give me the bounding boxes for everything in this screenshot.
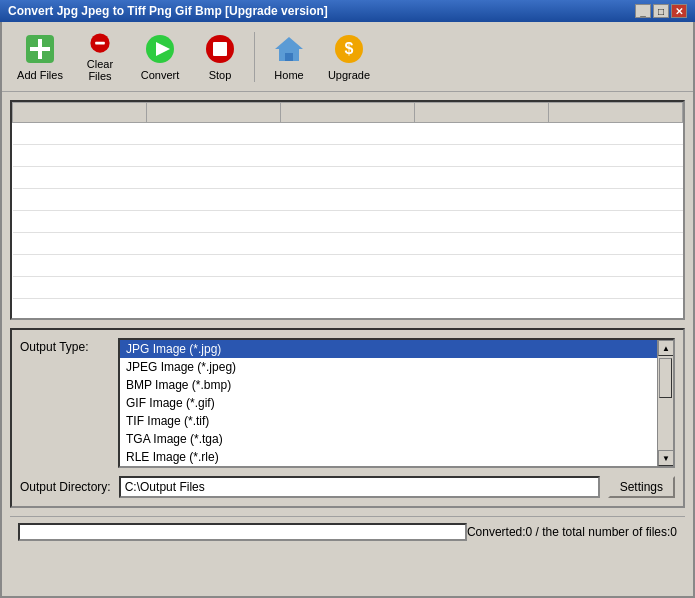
listbox-item-2[interactable]: BMP Image (*.bmp) (120, 376, 657, 394)
listbox-container: JPG Image (*.jpg)JPEG Image (*.jpeg)BMP … (118, 338, 675, 468)
output-dir-label: Output Directory: (20, 480, 111, 494)
output-dir-row: Output Directory: Settings (20, 476, 675, 498)
clear-icon (84, 32, 116, 54)
scroll-thumb[interactable] (659, 358, 672, 398)
home-icon (273, 33, 305, 65)
scrollbar-vertical[interactable]: ▲ ▼ (657, 340, 673, 466)
home-label: Home (274, 69, 303, 81)
file-table-container (10, 100, 685, 320)
upgrade-label: Upgrade (328, 69, 370, 81)
listbox-item-5[interactable]: TGA Image (*.tga) (120, 430, 657, 448)
main-window: Add Files Clear Files Convert Stop (0, 22, 695, 598)
settings-button[interactable]: Settings (608, 476, 675, 498)
svg-text:$: $ (345, 40, 354, 57)
add-files-button[interactable]: Add Files (10, 27, 70, 87)
toolbar-separator (254, 32, 255, 82)
clear-files-button[interactable]: Clear Files (70, 27, 130, 87)
convert-icon (144, 33, 176, 65)
col-header-5 (549, 103, 683, 123)
status-text: Converted:0 / the total number of files:… (467, 525, 677, 539)
col-header-4 (415, 103, 549, 123)
output-section: Output Type: JPG Image (*.jpg)JPEG Image… (10, 328, 685, 508)
upgrade-icon: $ (333, 33, 365, 65)
scroll-down-button[interactable]: ▼ (658, 450, 674, 466)
table-row (13, 277, 683, 299)
table-row (13, 167, 683, 189)
svg-rect-4 (95, 41, 105, 44)
col-header-3 (281, 103, 415, 123)
stop-label: Stop (209, 69, 232, 81)
svg-rect-10 (285, 53, 293, 61)
file-table (12, 102, 683, 320)
clear-files-label: Clear Files (75, 58, 125, 82)
content-area: Output Type: JPG Image (*.jpg)JPEG Image… (2, 92, 693, 554)
progress-bar (18, 523, 467, 541)
listbox-item-0[interactable]: JPG Image (*.jpg) (120, 340, 657, 358)
output-type-label: Output Type: (20, 338, 110, 354)
output-dir-input[interactable] (119, 476, 600, 498)
output-type-listbox[interactable]: JPG Image (*.jpg)JPEG Image (*.jpeg)BMP … (120, 340, 657, 466)
minimize-button[interactable]: _ (635, 4, 651, 18)
home-button[interactable]: Home (259, 27, 319, 87)
listbox-item-3[interactable]: GIF Image (*.gif) (120, 394, 657, 412)
stop-button[interactable]: Stop (190, 27, 250, 87)
table-row (13, 299, 683, 321)
table-row (13, 233, 683, 255)
convert-button[interactable]: Convert (130, 27, 190, 87)
scroll-up-button[interactable]: ▲ (658, 340, 674, 356)
svg-rect-8 (213, 42, 227, 56)
scroll-track (658, 356, 673, 450)
table-row (13, 211, 683, 233)
table-row (13, 189, 683, 211)
window-title: Convert Jpg Jpeg to Tiff Png Gif Bmp [Up… (8, 4, 328, 18)
table-header-row (13, 103, 683, 123)
toolbar: Add Files Clear Files Convert Stop (2, 22, 693, 92)
upgrade-button[interactable]: $ Upgrade (319, 27, 379, 87)
add-files-label: Add Files (17, 69, 63, 81)
title-bar-buttons: _ □ ✕ (635, 4, 687, 18)
convert-label: Convert (141, 69, 180, 81)
listbox-item-6[interactable]: RLE Image (*.rle) (120, 448, 657, 466)
listbox-item-4[interactable]: TIF Image (*.tif) (120, 412, 657, 430)
maximize-button[interactable]: □ (653, 4, 669, 18)
close-button[interactable]: ✕ (671, 4, 687, 18)
add-icon (24, 33, 56, 65)
table-body (13, 123, 683, 321)
title-bar: Convert Jpg Jpeg to Tiff Png Gif Bmp [Up… (0, 0, 695, 22)
table-row (13, 123, 683, 145)
col-header-2 (147, 103, 281, 123)
status-bar: Converted:0 / the total number of files:… (10, 516, 685, 546)
col-header-1 (13, 103, 147, 123)
table-row (13, 255, 683, 277)
listbox-item-1[interactable]: JPEG Image (*.jpeg) (120, 358, 657, 376)
table-row (13, 145, 683, 167)
output-type-row: Output Type: JPG Image (*.jpg)JPEG Image… (20, 338, 675, 468)
svg-rect-2 (30, 47, 50, 51)
stop-icon (204, 33, 236, 65)
